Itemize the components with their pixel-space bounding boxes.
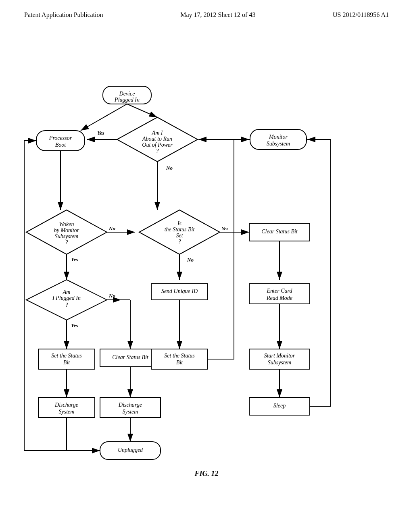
enter-card-read-mode-label2: Read Mode (266, 295, 292, 301)
monitor-subsystem-label1: Monitor (269, 134, 288, 140)
yes-label-1: Yes (97, 130, 104, 136)
is-status-bit-set-label3: Set (176, 233, 183, 239)
no-label-1: No (166, 165, 173, 171)
svg-line-1 (81, 104, 127, 131)
woken-by-monitor-label4: ? (65, 239, 68, 245)
set-status-bit-mid-label1: Set the Status (164, 353, 195, 359)
discharge-system-left-label1: Discharge (54, 402, 78, 408)
page-header: Patent Application Publication May 17, 2… (0, 0, 413, 23)
no-label-3: No (187, 257, 194, 263)
yes-label-2: Yes (71, 256, 78, 262)
am-i-plugged-in-label2: I Plugged In (52, 295, 81, 301)
sleep-label: Sleep (273, 403, 286, 409)
yes-label-4: Yes (71, 322, 78, 328)
clear-status-bit-right-label: Clear Status Bit (261, 229, 298, 235)
discharge-system-mid-label2: System (123, 409, 138, 415)
header-right: US 2012/0118956 A1 (333, 11, 389, 19)
set-status-bit-left-shape (38, 349, 95, 369)
am-i-about-to-run-label3: Out of Power (142, 142, 173, 148)
set-status-bit-left-label1: Set the Status (51, 353, 82, 359)
set-status-bit-mid-label2: Bit (176, 360, 183, 366)
diagram-container: .node-text { font-family: 'Times New Rom… (0, 27, 413, 490)
am-i-about-to-run-label1: Am I (152, 130, 163, 136)
monitor-subsystem-label2: Subsystem (267, 141, 290, 147)
enter-card-read-mode-label1: Enter Card (267, 288, 293, 294)
start-monitor-subsystem-label1: Start Monitor (264, 353, 295, 359)
figure-caption: FIG. 12 (194, 470, 218, 478)
set-status-bit-left-label2: Bit (63, 360, 70, 366)
is-status-bit-set-label4: ? (178, 239, 181, 245)
processor-boot-label: Processor (49, 135, 72, 141)
am-i-about-to-run-label4: ? (156, 148, 159, 154)
device-plugged-in-label: Device (119, 91, 135, 97)
yes-label-3: Yes (221, 225, 228, 231)
is-status-bit-set-label2: the Status Bit (165, 227, 195, 233)
am-i-plugged-in-label3: ? (65, 302, 68, 308)
start-monitor-subsystem-label2: Subsystem (268, 360, 291, 366)
unplugged-label: Unplugged (118, 447, 143, 453)
processor-boot-label2: Boot (55, 142, 67, 148)
discharge-system-mid-label1: Discharge (118, 402, 142, 408)
clear-status-bit-mid-label: Clear Status Bit (112, 354, 149, 360)
header-left: Patent Application Publication (24, 11, 103, 19)
header-center: May 17, 2012 Sheet 12 of 43 (180, 11, 255, 19)
woken-by-monitor-label1: Woken (59, 221, 74, 227)
svg-line-24 (127, 104, 157, 117)
no-label-2: No (108, 225, 115, 231)
send-unique-id-label: Send Unique ID (161, 288, 198, 294)
am-i-about-to-run-label2: About to Run (142, 136, 172, 142)
is-status-bit-set-label1: Is (177, 220, 182, 227)
woken-by-monitor-label3: Subsystem (55, 233, 78, 239)
device-plugged-in-label2: Plugged In (114, 97, 140, 103)
no-label-4: No (108, 293, 115, 299)
set-status-bit-mid-shape (151, 349, 208, 369)
woken-by-monitor-label2: by Monitor (54, 227, 79, 233)
start-monitor-subsystem-shape (249, 349, 310, 369)
discharge-system-left-label2: System (59, 409, 75, 415)
am-i-plugged-in-label1: Am (63, 289, 71, 295)
